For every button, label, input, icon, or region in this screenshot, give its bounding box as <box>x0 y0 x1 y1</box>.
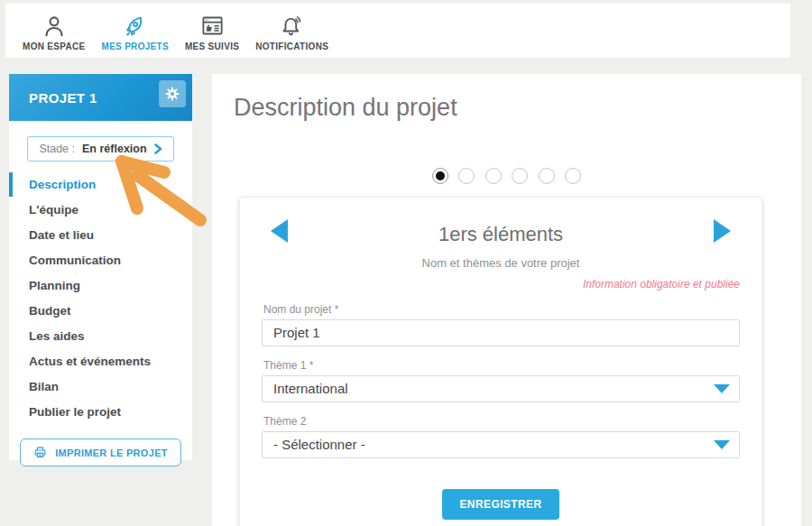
sidebar-item-planning[interactable]: Planning <box>9 273 192 298</box>
sidebar-item-publier-le-projet[interactable]: Publier le projet <box>9 400 192 424</box>
step-dot[interactable] <box>432 168 448 184</box>
step-indicator <box>212 167 801 184</box>
theme1-selected-value: International <box>273 381 348 396</box>
sidebar-item-les-aides[interactable]: Les aides <box>9 324 192 348</box>
next-arrow-icon[interactable] <box>714 219 731 243</box>
caret-down-icon <box>714 440 730 449</box>
project-title: PROJET 1 <box>29 90 97 106</box>
nav-label: MON ESPACE <box>23 42 86 51</box>
print-button-label: IMPRIMER LE PROJET <box>55 448 168 458</box>
printer-icon <box>33 446 47 459</box>
stage-value: En réflexion <box>82 143 147 155</box>
theme2-label: Thème 2 <box>263 415 740 428</box>
project-settings-button[interactable] <box>159 80 186 107</box>
gear-icon <box>164 86 180 102</box>
step-dot[interactable] <box>485 168 502 184</box>
page-title: Description du projet <box>234 94 801 122</box>
sidebar-item-budget[interactable]: Budget <box>9 299 192 323</box>
step-dot[interactable] <box>539 168 555 184</box>
person-icon <box>42 11 66 38</box>
main-content: Description du projet 1ers éléments Nom … <box>212 74 801 526</box>
nav-item-notifications[interactable]: NOTIFICATIONS <box>247 11 337 51</box>
top-navigation-bar: MON ESPACE MES PROJETS MES SUIV <box>5 4 790 58</box>
step-dot[interactable] <box>565 168 581 184</box>
theme2-select[interactable]: - Sélectionner - <box>262 431 740 458</box>
stage-prefix: Stade : <box>39 143 75 155</box>
nav-item-mes-suivis[interactable]: MES SUIVIS <box>177 11 247 51</box>
step-dot[interactable] <box>458 168 475 184</box>
nav-label: MES PROJETS <box>102 42 169 51</box>
nav-label: NOTIFICATIONS <box>255 42 328 51</box>
nav-label: MES SUIVIS <box>185 42 239 51</box>
form: Nom du projet * Thème 1 * International … <box>262 303 740 520</box>
project-name-input[interactable] <box>262 319 740 346</box>
sidebar-item-equipe[interactable]: L'équipe <box>9 198 192 222</box>
project-header: PROJET 1 <box>9 74 192 121</box>
project-name-label: Nom du projet * <box>263 303 740 316</box>
sidebar-item-actus-evenements[interactable]: Actus et événements <box>9 349 192 374</box>
mandatory-info-note: Information obligatoire et publiée <box>262 278 740 291</box>
form-card: 1ers éléments Nom et thèmes de votre pro… <box>239 197 762 526</box>
nav-item-mes-projets[interactable]: MES PROJETS <box>94 11 177 51</box>
step-dot[interactable] <box>512 168 528 184</box>
nav-item-mon-espace[interactable]: MON ESPACE <box>14 11 94 51</box>
save-button[interactable]: ENREGISTRER <box>442 489 558 520</box>
print-project-button[interactable]: IMPRIMER LE PROJET <box>20 438 181 466</box>
prev-arrow-icon[interactable] <box>271 219 288 243</box>
caret-down-icon <box>714 384 730 393</box>
card-subtitle: Nom et thèmes de votre projet <box>262 256 740 270</box>
sidebar-item-communication[interactable]: Communication <box>9 248 192 272</box>
sidebar-item-bilan[interactable]: Bilan <box>9 374 192 399</box>
theme2-selected-value: - Sélectionner - <box>273 437 365 452</box>
project-sidebar: PROJET 1 Stade : En réflexion Descriptio… <box>9 74 192 460</box>
sidebar-item-description[interactable]: Description <box>9 172 192 197</box>
browser-thumbs-up-icon <box>200 11 225 38</box>
theme1-label: Thème 1 * <box>263 359 740 372</box>
sidebar-item-date-et-lieu[interactable]: Date et lieu <box>9 223 192 247</box>
chevron-right-icon <box>154 143 162 154</box>
card-title: 1ers éléments <box>262 223 740 246</box>
project-stage-button[interactable]: Stade : En réflexion <box>27 136 173 161</box>
rocket-icon <box>123 11 147 38</box>
bell-icon <box>280 11 304 38</box>
theme1-select[interactable]: International <box>262 375 740 402</box>
sidebar-menu: Description L'équipe Date et lieu Commun… <box>9 172 192 424</box>
